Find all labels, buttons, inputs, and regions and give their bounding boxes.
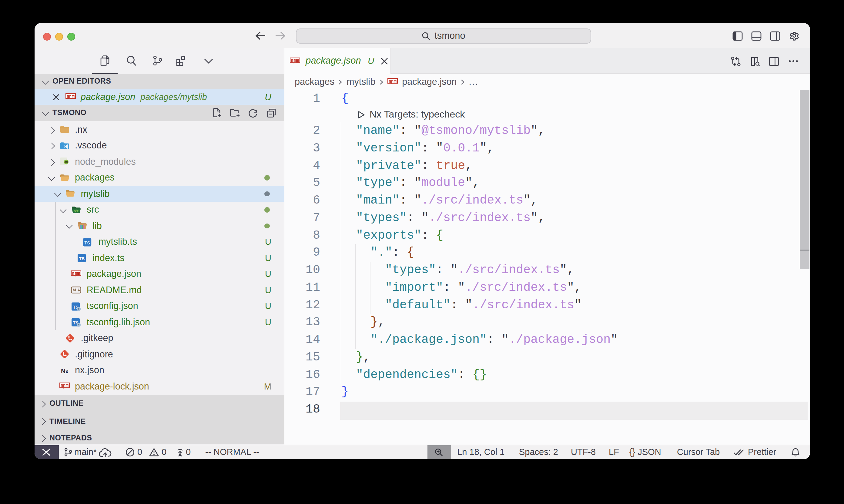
svg-text:TS: TS: [85, 240, 90, 245]
svg-text:JS: JS: [64, 161, 68, 164]
svg-text:</>: </>: [74, 209, 79, 213]
svg-text:TS: TS: [79, 256, 84, 262]
svg-text:Nx: Nx: [61, 367, 68, 374]
